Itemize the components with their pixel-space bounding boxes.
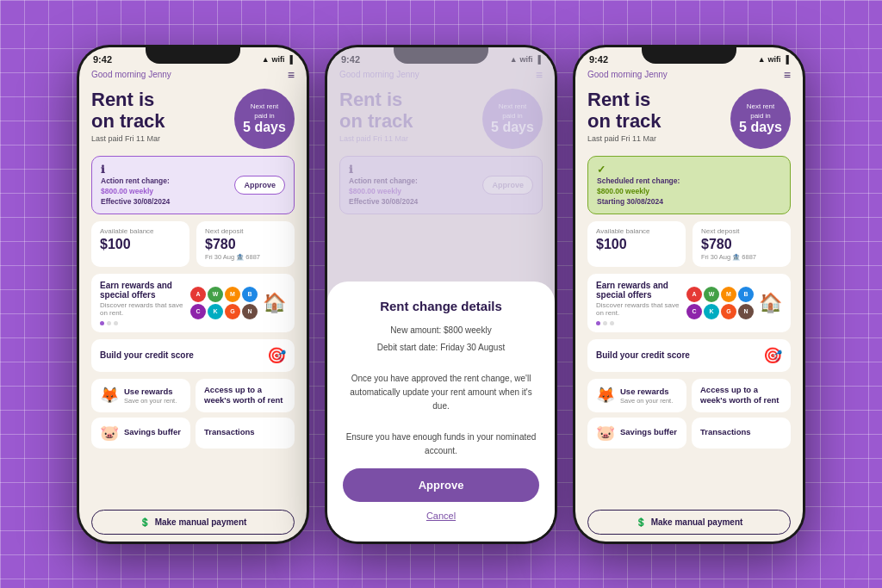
hero-left: Rent ison track Last paid Fri 11 Mar Nex…: [91, 89, 295, 149]
action-savings-label-left: Savings buffer: [124, 427, 181, 437]
deposit-value-left: $780: [205, 237, 286, 252]
credit-label-right: Build your credit score: [596, 350, 690, 360]
action-rewards-sub-right: Save on your rent.: [620, 397, 673, 405]
logo-3: M: [225, 287, 240, 302]
hamburger-right[interactable]: ≡: [784, 68, 791, 82]
action-transactions-right[interactable]: Transactions: [692, 418, 791, 449]
logo-r2: W: [704, 287, 719, 302]
logo-1: A: [190, 287, 206, 302]
manual-payment-btn-right[interactable]: 💲 Make manual payment: [587, 510, 791, 535]
logo-r8: N: [738, 304, 754, 319]
quick-actions-right: 🦊 Use rewards Save on your rent. Access …: [587, 379, 791, 449]
action-rewards-sub-left: Save on your rent.: [124, 397, 177, 405]
rewards-title-right: Earn rewards andspecial offers: [596, 281, 686, 300]
savings-emoji-left: 🐷: [100, 424, 119, 443]
alert-banner-right: ✓Scheduled rent change: $800.00 weekly S…: [587, 156, 791, 214]
balance-card-right: Available balance $100: [587, 221, 686, 267]
dot-1-r: [603, 321, 607, 325]
alert-banner-left: ℹAction rent change: $800.00 weekly Effe…: [91, 156, 295, 214]
next-rent-bubble-right: Next rent paid in 5 days: [730, 89, 791, 149]
deposit-value-right: $780: [701, 237, 782, 252]
modal-title: Rent change details: [343, 299, 539, 313]
modal-line2: Debit start date: Friday 30 August: [343, 341, 539, 355]
logo-4: B: [242, 287, 258, 302]
logo-7: G: [225, 304, 240, 319]
rewards-title-left: Earn rewards andspecial offers: [100, 281, 190, 300]
alert-icon-left: ℹ: [101, 163, 226, 177]
rewards-sub-right: Discover rewards that save on rent.: [596, 301, 686, 317]
modal-para2: Ensure you have enough funds in your nom…: [343, 430, 539, 458]
logo-6: K: [208, 304, 223, 319]
action-transactions-label-left: Transactions: [204, 427, 255, 437]
hero-title-right: Rent ison track: [587, 89, 662, 133]
payment-label-left: Make manual payment: [155, 517, 247, 527]
action-transactions-label-right: Transactions: [700, 427, 751, 437]
balance-value-right: $100: [596, 237, 677, 252]
logo-8: N: [242, 304, 258, 319]
logo-r3: M: [721, 287, 736, 302]
payment-icon-left: 💲: [140, 517, 150, 527]
hero-subtitle-left: Last paid Fri 11 Mar: [91, 134, 165, 143]
action-rewards-left[interactable]: 🦊 Use rewards Save on your rent.: [91, 379, 190, 412]
dot-2-r: [610, 321, 614, 325]
rewards-emoji-left: 🦊: [100, 386, 119, 405]
notch-left: [146, 45, 240, 64]
wifi-icon-right: wifi: [768, 55, 781, 64]
rewards-sub-left: Discover rewards that save on rent.: [100, 301, 190, 317]
balance-value-left: $100: [100, 237, 181, 252]
speedometer-icon-left: 🎯: [267, 346, 286, 365]
action-access-label-left: Access up to a week's worth of rent: [204, 385, 286, 406]
action-transactions-left[interactable]: Transactions: [196, 418, 295, 449]
logo-r7: G: [721, 304, 736, 319]
action-rewards-label-right: Use rewards: [620, 387, 673, 397]
bubble-days-left: 5 days: [243, 121, 286, 134]
credit-row-right[interactable]: Build your credit score 🎯: [587, 339, 791, 372]
balance-label-right: Available balance: [596, 227, 677, 235]
bubble-line1-right: Next rent: [747, 102, 774, 111]
quick-actions-left: 🦊 Use rewards Save on your rent. Access …: [91, 379, 295, 449]
dot-1: [107, 321, 111, 325]
modal-body: New amount: $800 weekly Debit start date…: [343, 324, 539, 458]
hamburger-left[interactable]: ≡: [288, 68, 295, 82]
action-savings-right[interactable]: 🐷 Savings buffer: [587, 418, 686, 449]
hero-subtitle-right: Last paid Fri 11 Mar: [587, 134, 662, 143]
action-savings-left[interactable]: 🐷 Savings buffer: [91, 418, 190, 449]
action-rewards-label-left: Use rewards: [124, 387, 177, 397]
balance-card-left: Available balance $100: [91, 221, 189, 267]
action-rewards-right[interactable]: 🦊 Use rewards Save on your rent.: [587, 379, 686, 412]
bubble-line1-left: Next rent: [251, 102, 278, 111]
next-rent-bubble-left: Next rent paid in 5 days: [234, 89, 295, 149]
payment-label-right: Make manual payment: [651, 517, 743, 527]
modal-approve-btn[interactable]: Approve: [343, 468, 539, 502]
deposit-sub-left: Fri 30 Aug 🏦 6887: [205, 253, 286, 261]
time-right: 9:42: [589, 54, 608, 65]
approve-button-left[interactable]: Approve: [234, 176, 285, 195]
modal-para1: Once you have approved the rent change, …: [343, 372, 539, 413]
check-icon-right: ✓: [597, 163, 778, 177]
dot-2: [114, 321, 118, 325]
rewards-card-right[interactable]: Earn rewards andspecial offers Discover …: [587, 274, 791, 332]
manual-payment-btn-left[interactable]: 💲 Make manual payment: [91, 510, 295, 535]
app-header-right: Good morning Jenny ≡: [587, 68, 791, 82]
rewards-card-left[interactable]: Earn rewards andspecial offers Discover …: [91, 274, 295, 332]
alert-amount-right: $800.00 weekly: [597, 187, 781, 197]
savings-emoji-right: 🐷: [596, 424, 615, 443]
bubble-days-right: 5 days: [739, 121, 782, 134]
status-icons-right: ▲ wifi ▐: [758, 55, 789, 64]
greeting-right: Good morning Jenny: [587, 70, 668, 79]
balance-row-left: Available balance $100 Next deposit $780…: [91, 221, 295, 267]
rewards-logos-right: A W M B C K G N: [686, 287, 754, 319]
signal-icon: ▲: [262, 55, 270, 64]
house-icon-right: 🏠: [759, 292, 782, 314]
payment-icon-right: 💲: [636, 517, 646, 527]
phone-right: 9:42 ▲ wifi ▐ Good morning Jenny ≡ Rent …: [573, 45, 805, 544]
phone-middle: 9:42 ▲ wifi ▐ Good morning Jenny ≡ Rent …: [325, 45, 557, 544]
action-savings-label-right: Savings buffer: [620, 427, 677, 437]
action-access-right[interactable]: Access up to a week's worth of rent: [692, 379, 791, 412]
modal-cancel-btn[interactable]: Cancel: [343, 511, 539, 521]
logo-r5: C: [686, 304, 702, 319]
action-access-left[interactable]: Access up to a week's worth of rent: [196, 379, 295, 412]
wifi-icon: wifi: [272, 55, 285, 64]
credit-label-left: Build your credit score: [100, 350, 194, 360]
credit-row-left[interactable]: Build your credit score 🎯: [91, 339, 295, 372]
